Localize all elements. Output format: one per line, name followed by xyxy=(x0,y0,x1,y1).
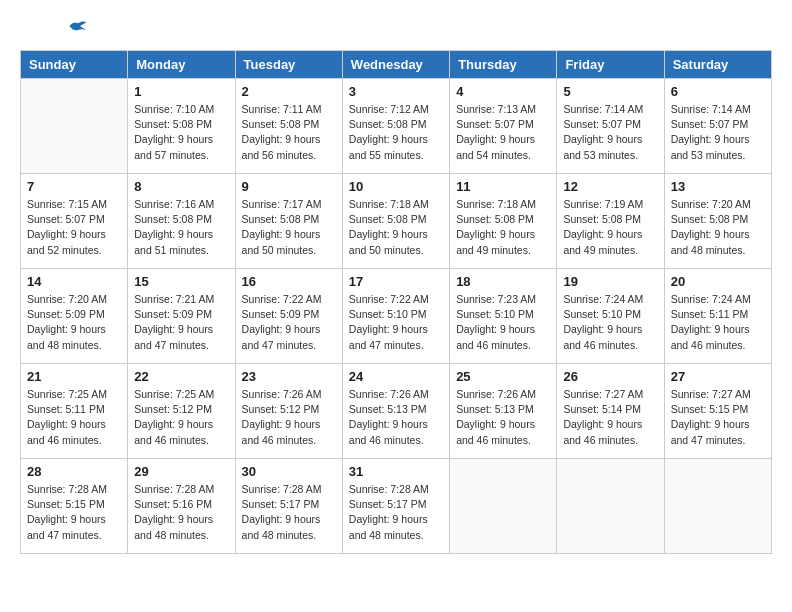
calendar-day-cell: 26Sunrise: 7:27 AM Sunset: 5:14 PM Dayli… xyxy=(557,364,664,459)
day-number: 11 xyxy=(456,179,550,194)
calendar-day-cell: 31Sunrise: 7:28 AM Sunset: 5:17 PM Dayli… xyxy=(342,459,449,554)
logo xyxy=(20,20,88,34)
calendar-header-thursday: Thursday xyxy=(450,51,557,79)
calendar-day-cell: 19Sunrise: 7:24 AM Sunset: 5:10 PM Dayli… xyxy=(557,269,664,364)
calendar-header-tuesday: Tuesday xyxy=(235,51,342,79)
calendar-table: SundayMondayTuesdayWednesdayThursdayFrid… xyxy=(20,50,772,554)
day-info: Sunrise: 7:22 AM Sunset: 5:09 PM Dayligh… xyxy=(242,292,336,353)
calendar-day-cell xyxy=(21,79,128,174)
day-number: 13 xyxy=(671,179,765,194)
calendar-week-row: 1Sunrise: 7:10 AM Sunset: 5:08 PM Daylig… xyxy=(21,79,772,174)
day-info: Sunrise: 7:17 AM Sunset: 5:08 PM Dayligh… xyxy=(242,197,336,258)
day-number: 5 xyxy=(563,84,657,99)
day-number: 1 xyxy=(134,84,228,99)
day-info: Sunrise: 7:24 AM Sunset: 5:10 PM Dayligh… xyxy=(563,292,657,353)
day-info: Sunrise: 7:21 AM Sunset: 5:09 PM Dayligh… xyxy=(134,292,228,353)
calendar-header-saturday: Saturday xyxy=(664,51,771,79)
day-number: 23 xyxy=(242,369,336,384)
logo-bird-icon xyxy=(68,18,88,34)
day-number: 29 xyxy=(134,464,228,479)
calendar-day-cell xyxy=(450,459,557,554)
day-number: 3 xyxy=(349,84,443,99)
day-info: Sunrise: 7:13 AM Sunset: 5:07 PM Dayligh… xyxy=(456,102,550,163)
day-number: 27 xyxy=(671,369,765,384)
day-number: 16 xyxy=(242,274,336,289)
day-number: 18 xyxy=(456,274,550,289)
calendar-day-cell: 21Sunrise: 7:25 AM Sunset: 5:11 PM Dayli… xyxy=(21,364,128,459)
day-info: Sunrise: 7:19 AM Sunset: 5:08 PM Dayligh… xyxy=(563,197,657,258)
calendar-day-cell: 12Sunrise: 7:19 AM Sunset: 5:08 PM Dayli… xyxy=(557,174,664,269)
calendar-day-cell: 1Sunrise: 7:10 AM Sunset: 5:08 PM Daylig… xyxy=(128,79,235,174)
day-info: Sunrise: 7:15 AM Sunset: 5:07 PM Dayligh… xyxy=(27,197,121,258)
calendar-body: 1Sunrise: 7:10 AM Sunset: 5:08 PM Daylig… xyxy=(21,79,772,554)
day-info: Sunrise: 7:14 AM Sunset: 5:07 PM Dayligh… xyxy=(563,102,657,163)
calendar-day-cell: 3Sunrise: 7:12 AM Sunset: 5:08 PM Daylig… xyxy=(342,79,449,174)
day-number: 17 xyxy=(349,274,443,289)
calendar-day-cell: 15Sunrise: 7:21 AM Sunset: 5:09 PM Dayli… xyxy=(128,269,235,364)
day-number: 25 xyxy=(456,369,550,384)
day-number: 15 xyxy=(134,274,228,289)
page-header xyxy=(20,20,772,34)
day-number: 30 xyxy=(242,464,336,479)
day-number: 21 xyxy=(27,369,121,384)
day-info: Sunrise: 7:12 AM Sunset: 5:08 PM Dayligh… xyxy=(349,102,443,163)
day-info: Sunrise: 7:10 AM Sunset: 5:08 PM Dayligh… xyxy=(134,102,228,163)
day-number: 14 xyxy=(27,274,121,289)
day-number: 28 xyxy=(27,464,121,479)
calendar-day-cell: 30Sunrise: 7:28 AM Sunset: 5:17 PM Dayli… xyxy=(235,459,342,554)
day-number: 22 xyxy=(134,369,228,384)
calendar-day-cell: 27Sunrise: 7:27 AM Sunset: 5:15 PM Dayli… xyxy=(664,364,771,459)
calendar-day-cell: 16Sunrise: 7:22 AM Sunset: 5:09 PM Dayli… xyxy=(235,269,342,364)
day-number: 20 xyxy=(671,274,765,289)
calendar-day-cell: 8Sunrise: 7:16 AM Sunset: 5:08 PM Daylig… xyxy=(128,174,235,269)
day-number: 31 xyxy=(349,464,443,479)
day-number: 2 xyxy=(242,84,336,99)
day-info: Sunrise: 7:20 AM Sunset: 5:09 PM Dayligh… xyxy=(27,292,121,353)
day-info: Sunrise: 7:18 AM Sunset: 5:08 PM Dayligh… xyxy=(456,197,550,258)
calendar-header-row: SundayMondayTuesdayWednesdayThursdayFrid… xyxy=(21,51,772,79)
day-number: 24 xyxy=(349,369,443,384)
day-info: Sunrise: 7:26 AM Sunset: 5:13 PM Dayligh… xyxy=(349,387,443,448)
calendar-day-cell: 23Sunrise: 7:26 AM Sunset: 5:12 PM Dayli… xyxy=(235,364,342,459)
day-info: Sunrise: 7:16 AM Sunset: 5:08 PM Dayligh… xyxy=(134,197,228,258)
day-info: Sunrise: 7:28 AM Sunset: 5:15 PM Dayligh… xyxy=(27,482,121,543)
calendar-day-cell: 29Sunrise: 7:28 AM Sunset: 5:16 PM Dayli… xyxy=(128,459,235,554)
calendar-week-row: 21Sunrise: 7:25 AM Sunset: 5:11 PM Dayli… xyxy=(21,364,772,459)
day-info: Sunrise: 7:25 AM Sunset: 5:11 PM Dayligh… xyxy=(27,387,121,448)
day-number: 26 xyxy=(563,369,657,384)
day-info: Sunrise: 7:23 AM Sunset: 5:10 PM Dayligh… xyxy=(456,292,550,353)
day-info: Sunrise: 7:24 AM Sunset: 5:11 PM Dayligh… xyxy=(671,292,765,353)
day-number: 8 xyxy=(134,179,228,194)
calendar-header-sunday: Sunday xyxy=(21,51,128,79)
day-number: 10 xyxy=(349,179,443,194)
calendar-day-cell: 13Sunrise: 7:20 AM Sunset: 5:08 PM Dayli… xyxy=(664,174,771,269)
calendar-day-cell: 4Sunrise: 7:13 AM Sunset: 5:07 PM Daylig… xyxy=(450,79,557,174)
day-info: Sunrise: 7:28 AM Sunset: 5:16 PM Dayligh… xyxy=(134,482,228,543)
calendar-day-cell: 18Sunrise: 7:23 AM Sunset: 5:10 PM Dayli… xyxy=(450,269,557,364)
calendar-day-cell: 17Sunrise: 7:22 AM Sunset: 5:10 PM Dayli… xyxy=(342,269,449,364)
calendar-day-cell: 9Sunrise: 7:17 AM Sunset: 5:08 PM Daylig… xyxy=(235,174,342,269)
calendar-week-row: 28Sunrise: 7:28 AM Sunset: 5:15 PM Dayli… xyxy=(21,459,772,554)
day-info: Sunrise: 7:11 AM Sunset: 5:08 PM Dayligh… xyxy=(242,102,336,163)
calendar-header-wednesday: Wednesday xyxy=(342,51,449,79)
calendar-header-monday: Monday xyxy=(128,51,235,79)
day-info: Sunrise: 7:26 AM Sunset: 5:12 PM Dayligh… xyxy=(242,387,336,448)
day-number: 9 xyxy=(242,179,336,194)
day-info: Sunrise: 7:28 AM Sunset: 5:17 PM Dayligh… xyxy=(242,482,336,543)
calendar-week-row: 7Sunrise: 7:15 AM Sunset: 5:07 PM Daylig… xyxy=(21,174,772,269)
day-number: 6 xyxy=(671,84,765,99)
day-info: Sunrise: 7:20 AM Sunset: 5:08 PM Dayligh… xyxy=(671,197,765,258)
day-info: Sunrise: 7:25 AM Sunset: 5:12 PM Dayligh… xyxy=(134,387,228,448)
day-info: Sunrise: 7:27 AM Sunset: 5:14 PM Dayligh… xyxy=(563,387,657,448)
calendar-header-friday: Friday xyxy=(557,51,664,79)
calendar-day-cell: 5Sunrise: 7:14 AM Sunset: 5:07 PM Daylig… xyxy=(557,79,664,174)
calendar-day-cell: 6Sunrise: 7:14 AM Sunset: 5:07 PM Daylig… xyxy=(664,79,771,174)
calendar-day-cell: 11Sunrise: 7:18 AM Sunset: 5:08 PM Dayli… xyxy=(450,174,557,269)
calendar-week-row: 14Sunrise: 7:20 AM Sunset: 5:09 PM Dayli… xyxy=(21,269,772,364)
calendar-day-cell: 2Sunrise: 7:11 AM Sunset: 5:08 PM Daylig… xyxy=(235,79,342,174)
day-info: Sunrise: 7:27 AM Sunset: 5:15 PM Dayligh… xyxy=(671,387,765,448)
day-info: Sunrise: 7:14 AM Sunset: 5:07 PM Dayligh… xyxy=(671,102,765,163)
calendar-day-cell: 24Sunrise: 7:26 AM Sunset: 5:13 PM Dayli… xyxy=(342,364,449,459)
calendar-day-cell: 28Sunrise: 7:28 AM Sunset: 5:15 PM Dayli… xyxy=(21,459,128,554)
calendar-day-cell: 10Sunrise: 7:18 AM Sunset: 5:08 PM Dayli… xyxy=(342,174,449,269)
